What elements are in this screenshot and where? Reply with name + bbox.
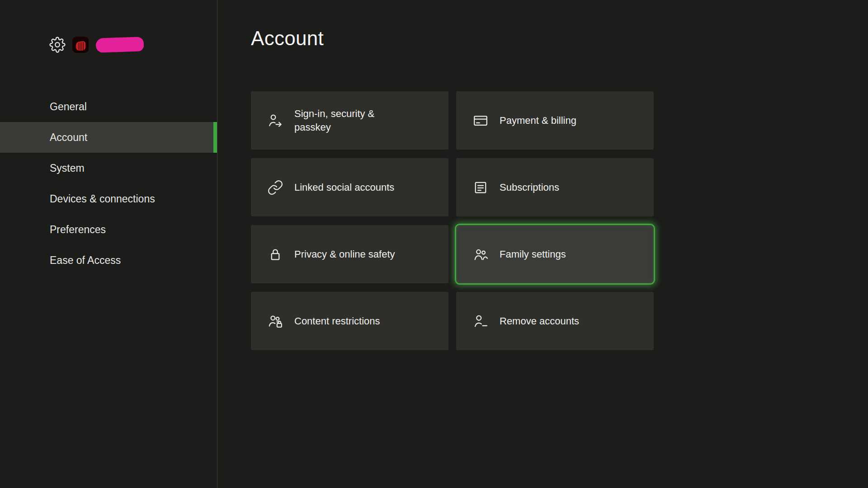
page-title: Account xyxy=(251,27,324,50)
tile-label: Remove accounts xyxy=(500,314,579,328)
tiles-grid: Sign-in, security & passkey Payment & bi… xyxy=(251,91,654,350)
sidebar-item-label: Ease of Access xyxy=(50,254,121,267)
sidebar-item-label: General xyxy=(50,101,87,113)
tile-subscriptions[interactable]: Subscriptions xyxy=(456,158,654,216)
sidebar-item-label: Devices & connections xyxy=(50,193,155,205)
family-icon xyxy=(472,246,489,263)
credit-card-icon xyxy=(472,113,489,129)
sidebar-item-label: System xyxy=(50,162,85,174)
tile-remove-accounts[interactable]: Remove accounts xyxy=(456,292,654,350)
people-lock-icon xyxy=(267,313,283,329)
tile-content-restrictions[interactable]: Content restrictions xyxy=(251,292,448,350)
tile-privacy-online-safety[interactable]: Privacy & online safety xyxy=(251,225,448,283)
sidebar-menu: General Account System Devices & connect… xyxy=(0,91,217,276)
sidebar-item-account[interactable]: Account xyxy=(0,122,217,153)
tile-linked-social-accounts[interactable]: Linked social accounts xyxy=(251,158,448,216)
sidebar-item-label: Account xyxy=(50,131,87,144)
tile-label: Privacy & online safety xyxy=(294,248,395,261)
sidebar-item-general[interactable]: General xyxy=(0,91,217,122)
tile-label: Payment & billing xyxy=(500,114,576,127)
sidebar-item-ease-of-access[interactable]: Ease of Access xyxy=(0,245,217,276)
sidebar: General Account System Devices & connect… xyxy=(0,0,217,488)
tile-label: Content restrictions xyxy=(294,314,380,328)
tile-label: Subscriptions xyxy=(500,181,559,194)
main-panel: Account Sign-in, security & passkey Paym… xyxy=(217,0,868,488)
tile-label: Linked social accounts xyxy=(294,181,394,194)
tile-label: Sign-in, security & passkey xyxy=(294,107,411,133)
tile-label: Family settings xyxy=(500,248,566,261)
link-icon xyxy=(267,179,283,196)
sidebar-header xyxy=(49,36,144,53)
sidebar-item-devices-connections[interactable]: Devices & connections xyxy=(0,183,217,214)
settings-gear-icon xyxy=(49,36,66,53)
tile-family-settings[interactable]: Family settings xyxy=(456,225,654,283)
settings-window: General Account System Devices & connect… xyxy=(0,0,868,488)
person-arrow-icon xyxy=(267,113,283,129)
lock-icon xyxy=(267,246,283,263)
person-remove-icon xyxy=(472,313,489,329)
tile-signin-security-passkey[interactable]: Sign-in, security & passkey xyxy=(251,91,448,150)
sidebar-item-preferences[interactable]: Preferences xyxy=(0,214,217,245)
sidebar-item-system[interactable]: System xyxy=(0,153,217,183)
sidebar-item-label: Preferences xyxy=(50,224,106,236)
gamertag-redaction xyxy=(95,37,144,53)
document-lines-icon xyxy=(472,179,489,196)
tile-payment-billing[interactable]: Payment & billing xyxy=(456,91,654,150)
avatar xyxy=(72,37,89,53)
